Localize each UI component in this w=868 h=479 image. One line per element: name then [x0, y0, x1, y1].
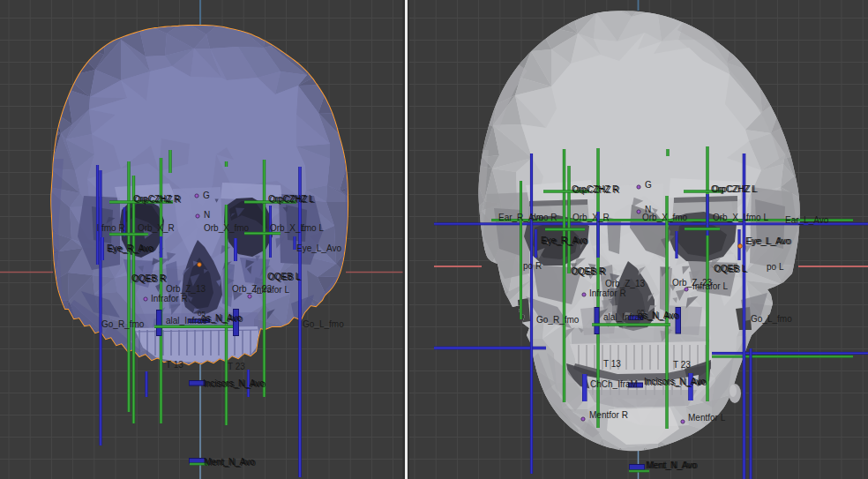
- svg-text:Mentfor R: Mentfor R: [589, 410, 628, 420]
- svg-text:l fmo R: l fmo R: [97, 223, 125, 233]
- svg-text:OrpCZHZ L: OrpCZHZ L: [713, 184, 759, 194]
- svg-text:po R: po R: [523, 261, 542, 271]
- svg-text:05: 05: [198, 310, 206, 318]
- svg-text:Infrafor L: Infrafor L: [254, 285, 289, 295]
- svg-text:Incisors_N_Avo: Incisors_N_Avo: [205, 379, 266, 389]
- svg-text:Orb_Z_13: Orb_Z_13: [166, 284, 206, 294]
- svg-text:OrpCZHZ R: OrpCZHZ R: [573, 185, 620, 195]
- svg-text:T 13: T 13: [603, 359, 621, 369]
- svg-text:Ment_N_Avo: Ment_N_Avo: [206, 458, 257, 468]
- svg-text:Eye_L_Avo: Eye_L_Avo: [747, 236, 792, 246]
- svg-text:Ment_N_Avo: Ment_N_Avo: [647, 460, 699, 470]
- svg-text:OQEB R: OQEB R: [133, 274, 168, 284]
- svg-text:Ear_L_Avo: Ear_L_Avo: [785, 215, 829, 225]
- svg-text:os_N_Avo: os_N_Avo: [640, 311, 680, 321]
- svg-text:Go_R_fmo: Go_R_fmo: [536, 315, 580, 325]
- svg-text:Go_L_fmo: Go_L_fmo: [751, 314, 792, 324]
- svg-text:po L: po L: [767, 262, 784, 272]
- svg-text:Orb_X_fmo: Orb_X_fmo: [204, 223, 250, 233]
- svg-text:G: G: [203, 191, 210, 200]
- svg-text:Eye_R_Avo: Eye_R_Avo: [108, 244, 155, 254]
- svg-text:dmo R: dmo R: [531, 213, 557, 222]
- svg-text:Infrafor R: Infrafor R: [589, 288, 626, 298]
- svg-text:Infrafor R: Infrafor R: [151, 294, 188, 303]
- svg-text:ChCh_IfraM: ChCh_IfraM: [590, 379, 638, 389]
- svg-text:Orb_X_R: Orb_X_R: [572, 213, 610, 222]
- svg-text:05: 05: [637, 308, 645, 316]
- svg-text:Orb_X_L: Orb_X_L: [270, 223, 305, 233]
- svg-text:T 23: T 23: [673, 360, 691, 370]
- svg-text:OrpCZHZ R: OrpCZHZ R: [135, 195, 182, 205]
- svg-text:T 23: T 23: [228, 362, 245, 371]
- svg-text:Orb_Z_13: Orb_Z_13: [605, 279, 645, 288]
- svg-text:G: G: [645, 180, 652, 190]
- svg-text:Go_R_fmo: Go_R_fmo: [101, 319, 145, 329]
- svg-text:Orb_X_L: Orb_X_L: [713, 213, 748, 222]
- svg-text:Go_L_fmo: Go_L_fmo: [303, 319, 344, 329]
- svg-text:Mentfor L: Mentfor L: [688, 413, 726, 423]
- svg-text:OrpCZHZ L: OrpCZHZ L: [270, 195, 316, 205]
- svg-text:Eye_R_Avo: Eye_R_Avo: [542, 236, 589, 246]
- svg-text:OQEB R: OQEB R: [572, 267, 607, 277]
- svg-text:OQEB L: OQEB L: [269, 273, 303, 282]
- svg-text:Incisors_N_Avo: Incisors_N_Avo: [646, 378, 707, 387]
- svg-text:Orb_X_R: Orb_X_R: [138, 223, 175, 233]
- svg-text:OQEB L: OQEB L: [715, 265, 749, 274]
- svg-text:Eye_L_Avo: Eye_L_Avo: [296, 243, 341, 253]
- svg-text:os_N_Avo: os_N_Avo: [203, 314, 243, 324]
- svg-text:N: N: [204, 210, 210, 220]
- svg-text:fmo L: fmo L: [746, 213, 768, 222]
- svg-text:Infrafor L: Infrafor L: [692, 281, 728, 291]
- svg-text:fmo L: fmo L: [302, 223, 324, 233]
- svg-text:Orb_X_fmo: Orb_X_fmo: [642, 213, 688, 222]
- svg-text:T 13: T 13: [166, 360, 183, 370]
